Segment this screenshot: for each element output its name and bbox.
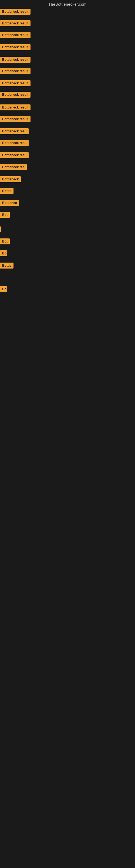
badge-label-5: Bottleneck result <box>0 57 31 63</box>
bottleneck-badge-17: Bottlenec <box>0 200 19 207</box>
badge-label-9: Bottleneck result <box>0 104 31 111</box>
bottleneck-badge-21: Bo <box>0 250 7 257</box>
badge-label-11: Bottleneck resu <box>0 128 29 134</box>
bottleneck-badge-1: Bottleneck result <box>0 9 31 16</box>
bottleneck-badge-4: Bottleneck result <box>0 44 31 51</box>
bottleneck-badge-12: Bottleneck resu <box>0 140 29 147</box>
badge-label-15: Bottleneck <box>0 176 21 182</box>
site-title: TheBottlenecker.com <box>0 0 135 9</box>
bottleneck-badge-7: Bottleneck result <box>0 80 31 87</box>
badge-label-6: Bottleneck result <box>0 68 31 74</box>
badge-label-22: Bottle <box>0 262 13 269</box>
badge-label-2: Bottleneck result <box>0 20 31 26</box>
bottleneck-badge-5: Bottleneck result <box>0 57 31 64</box>
badge-label-8: Bottleneck result <box>0 92 31 98</box>
badge-label-4: Bottleneck result <box>0 44 31 50</box>
badge-label-17: Bottlenec <box>0 200 19 206</box>
bottleneck-badge-10: Bottleneck result <box>0 116 31 123</box>
bottleneck-badge-22: Bottle <box>0 262 13 270</box>
badge-label-13: Bottleneck resu <box>0 152 29 158</box>
bottleneck-badge-16: Bottle <box>0 188 13 195</box>
bottleneck-badge-9: Bottleneck result <box>0 104 31 112</box>
bottleneck-badge-20: Bot <box>0 239 10 246</box>
bottleneck-badge-11: Bottleneck resu <box>0 128 29 135</box>
bottleneck-badge-2: Bottleneck result <box>0 20 31 27</box>
badge-label-21: Bo <box>0 250 7 256</box>
bottleneck-badge-3: Bottleneck result <box>0 32 31 39</box>
bottleneck-badge-18: Bot <box>0 212 10 219</box>
badge-label-16: Bottle <box>0 188 13 194</box>
badge-label-1: Bottleneck result <box>0 9 31 14</box>
bottleneck-badge-23: Bo <box>0 286 7 293</box>
bottleneck-badge-8: Bottleneck result <box>0 92 31 99</box>
bottleneck-badge-6: Bottleneck result <box>0 68 31 75</box>
badge-label-7: Bottleneck result <box>0 80 31 86</box>
badge-label-14: Bottleneck res <box>0 164 27 170</box>
bottleneck-badge-14: Bottleneck res <box>0 164 27 171</box>
badge-label-18: Bot <box>0 212 10 218</box>
badge-label-3: Bottleneck result <box>0 32 31 38</box>
bottleneck-badge-13: Bottleneck resu <box>0 152 29 159</box>
bottleneck-badge-15: Bottleneck <box>0 176 21 183</box>
orange-line-19 <box>0 226 1 232</box>
badge-label-10: Bottleneck result <box>0 116 31 122</box>
badge-label-12: Bottleneck resu <box>0 140 29 146</box>
badge-label-20: Bot <box>0 239 10 244</box>
badge-label-23: Bo <box>0 286 7 292</box>
